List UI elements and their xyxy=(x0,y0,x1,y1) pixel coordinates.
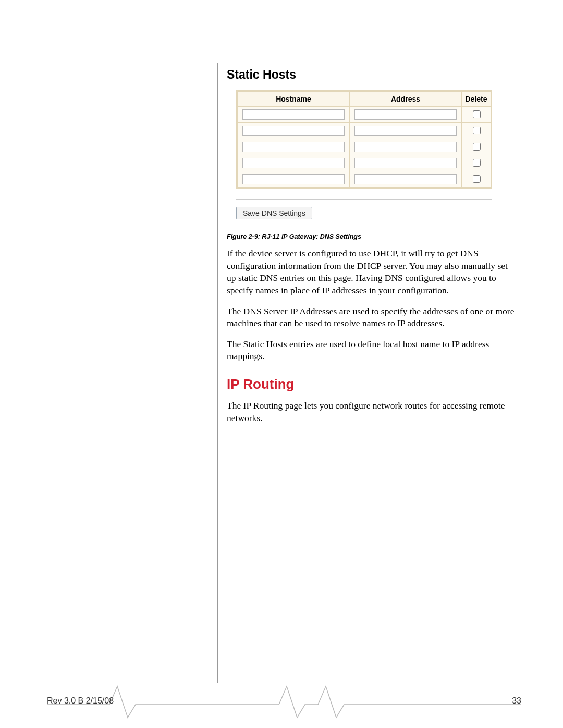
table-row xyxy=(238,155,491,171)
body-paragraph: If the device server is configured to us… xyxy=(227,248,519,297)
left-margin-rule xyxy=(55,63,55,683)
table-row xyxy=(238,107,491,123)
col-header-address: Address xyxy=(350,92,462,107)
address-input[interactable] xyxy=(354,174,457,184)
main-content: Static Hosts Hostname Address Delete xyxy=(227,68,519,433)
col-header-hostname: Hostname xyxy=(238,92,350,107)
page-number: 33 xyxy=(512,696,521,706)
static-hosts-heading: Static Hosts xyxy=(227,68,519,82)
hostname-input[interactable] xyxy=(242,158,345,168)
address-input[interactable] xyxy=(354,142,457,152)
table-header-row: Hostname Address Delete xyxy=(238,92,491,107)
delete-checkbox[interactable] xyxy=(473,110,481,118)
table-row xyxy=(238,171,491,188)
body-paragraph: The Static Hosts entries are used to def… xyxy=(227,338,519,363)
body-paragraph: The DNS Server IP Addresses are used to … xyxy=(227,305,519,330)
delete-checkbox[interactable] xyxy=(473,175,481,183)
hostname-input[interactable] xyxy=(242,142,345,152)
delete-checkbox[interactable] xyxy=(473,127,481,134)
static-hosts-table: Hostname Address Delete xyxy=(236,90,492,189)
hostname-input[interactable] xyxy=(242,174,345,184)
address-input[interactable] xyxy=(354,158,457,168)
divider xyxy=(236,199,492,200)
heartbeat-line-icon xyxy=(47,684,521,720)
figure-caption: Figure 2-9: RJ-11 IP Gateway: DNS Settin… xyxy=(227,233,519,240)
table-row xyxy=(238,139,491,155)
column-rule xyxy=(217,63,218,683)
save-dns-settings-button[interactable]: Save DNS Settings xyxy=(236,207,312,219)
ip-routing-heading: IP Routing xyxy=(227,376,519,392)
table-row xyxy=(238,123,491,139)
hostname-input[interactable] xyxy=(242,109,345,120)
revision-text: Rev 3.0 B 2/15/08 xyxy=(47,696,114,706)
delete-checkbox[interactable] xyxy=(473,159,481,167)
address-input[interactable] xyxy=(354,126,457,136)
page-footer: Rev 3.0 B 2/15/08 33 xyxy=(47,684,521,720)
col-header-delete: Delete xyxy=(462,92,491,107)
delete-checkbox[interactable] xyxy=(473,143,481,151)
hostname-input[interactable] xyxy=(242,126,345,136)
address-input[interactable] xyxy=(354,109,457,120)
body-paragraph: The IP Routing page lets you configure n… xyxy=(227,400,519,424)
